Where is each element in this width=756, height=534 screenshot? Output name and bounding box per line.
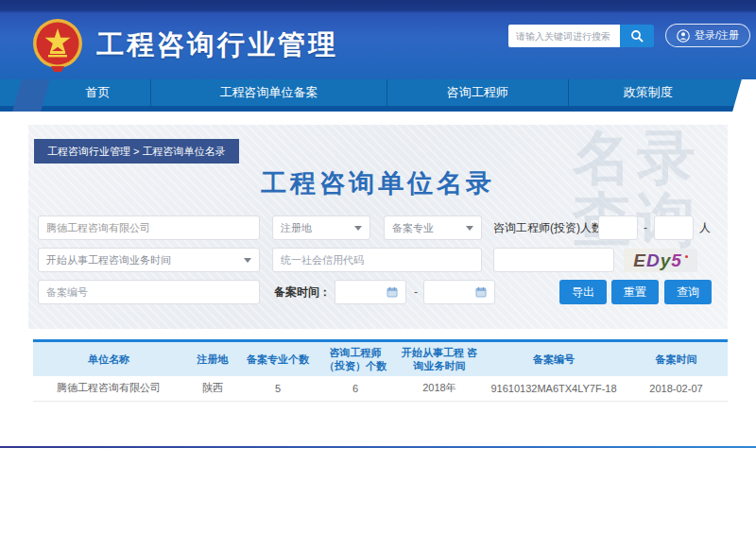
range-dash: -	[414, 280, 418, 304]
nav-item-policy[interactable]: 政策制度	[569, 79, 728, 106]
table-body: 腾德工程咨询有限公司陕西562018年91610132MA6TX4LY7F-18…	[33, 376, 728, 402]
record-time-end-input[interactable]	[423, 280, 495, 304]
reset-button[interactable]: 重置	[611, 280, 659, 304]
results-table: 单位名称 注册地 备案专业个数 咨询工程师 （投资）个数 开始从事工程 咨询业务…	[33, 339, 728, 402]
table-cell: 5	[241, 376, 315, 402]
search-input[interactable]	[508, 25, 620, 47]
main-nav: 首页 工程咨询单位备案 咨询工程师 政策制度	[0, 79, 756, 112]
chevron-down-icon	[244, 258, 251, 263]
captcha-input[interactable]	[493, 248, 614, 272]
user-icon	[677, 29, 690, 43]
record-time-start-input[interactable]	[335, 280, 406, 304]
search-icon	[630, 29, 644, 43]
captcha-char: D	[646, 250, 661, 271]
start-time-select-value: 开始从事工程咨询业务时间	[46, 253, 171, 267]
form-row-1: 注册地 备案专业 咨询工程师(投资)人数： - 人	[38, 215, 718, 240]
national-emblem-logo	[32, 19, 83, 72]
table-cell: 2018-02-07	[625, 376, 728, 402]
form-row-2: 开始从事工程咨询业务时间 E D y 5	[38, 248, 718, 272]
unit-person-label: 人	[699, 215, 711, 240]
directory-search-panel: 名录 查询 工程咨询行业管理 > 工程咨询单位名录 工程咨询单位名录 注册地 备…	[28, 125, 728, 329]
nav-item-consulting-engineer[interactable]: 咨询工程师	[387, 79, 569, 106]
table-row[interactable]: 腾德工程咨询有限公司陕西562018年91610132MA6TX4LY7F-18…	[33, 376, 728, 402]
calendar-icon	[387, 286, 398, 298]
table-cell: 91610132MA6TX4LY7F-18	[483, 376, 625, 402]
credit-code-input[interactable]	[272, 248, 482, 272]
col-header-record-time: 备案时间	[625, 341, 728, 376]
site-title: 工程咨询行业管理	[96, 26, 338, 64]
site-header: 工程咨询行业管理 登录/注册	[0, 0, 756, 79]
record-time-label: 备案时间：	[274, 280, 331, 304]
col-header-start-time: 开始从事工程 咨询业务时间	[396, 341, 483, 376]
captcha-char: y	[661, 250, 672, 271]
engineer-count-min-input[interactable]	[598, 215, 638, 240]
specialty-select[interactable]: 备案专业	[384, 215, 482, 240]
page-title: 工程咨询单位名录	[28, 166, 728, 200]
col-header-record-no: 备案编号	[483, 341, 625, 376]
col-header-specialty-count: 备案专业个数	[241, 341, 315, 376]
results-table-section: 单位名称 注册地 备案专业个数 咨询工程师 （投资）个数 开始从事工程 咨询业务…	[33, 339, 728, 402]
record-number-input[interactable]	[38, 280, 260, 304]
breadcrumb: 工程咨询行业管理 > 工程咨询单位名录	[34, 139, 239, 164]
table-cell: 6	[315, 376, 396, 402]
col-header-unit-name: 单位名称	[33, 341, 184, 376]
nav-underline	[0, 106, 756, 112]
nav-item-home[interactable]: 首页	[45, 79, 151, 106]
start-time-select[interactable]: 开始从事工程咨询业务时间	[38, 248, 260, 272]
form-row-3: 备案时间： - 导出 重置 查询	[38, 280, 718, 304]
query-button[interactable]: 查询	[664, 280, 712, 304]
calendar-icon	[475, 286, 487, 298]
range-dash: -	[644, 215, 647, 240]
nav-item-unit-record[interactable]: 工程咨询单位备案	[151, 79, 387, 106]
captcha-image[interactable]: E D y 5	[624, 249, 697, 272]
chevron-down-icon	[466, 226, 473, 231]
search-button[interactable]	[620, 25, 654, 47]
region-select-value: 注册地	[281, 221, 312, 235]
footer-divider-line	[0, 446, 756, 448]
col-header-region: 注册地	[184, 341, 241, 376]
login-register-label: 登录/注册	[695, 28, 739, 43]
table-cell: 2018年	[396, 376, 483, 402]
search-box	[508, 25, 654, 47]
export-button[interactable]: 导出	[559, 280, 607, 304]
brand: 工程咨询行业管理	[32, 19, 338, 72]
company-name-input[interactable]	[38, 215, 260, 240]
table-header-row: 单位名称 注册地 备案专业个数 咨询工程师 （投资）个数 开始从事工程 咨询业务…	[33, 341, 728, 376]
col-header-engineer-count: 咨询工程师 （投资）个数	[315, 341, 396, 376]
region-select[interactable]: 注册地	[272, 215, 370, 240]
captcha-noise-dot	[685, 255, 688, 258]
engineer-count-max-input[interactable]	[654, 215, 694, 240]
table-cell: 陕西	[184, 376, 241, 402]
login-register-button[interactable]: 登录/注册	[665, 24, 750, 47]
specialty-select-value: 备案专业	[392, 221, 434, 235]
captcha-char: E	[633, 250, 646, 271]
engineer-count-label: 咨询工程师(投资)人数：	[493, 215, 614, 240]
chevron-down-icon	[354, 226, 362, 231]
captcha-char: 5	[671, 250, 682, 271]
table-cell: 腾德工程咨询有限公司	[33, 376, 184, 402]
app-window: 工程咨询行业管理 登录/注册 首页 工程咨询单位备	[0, 0, 756, 534]
